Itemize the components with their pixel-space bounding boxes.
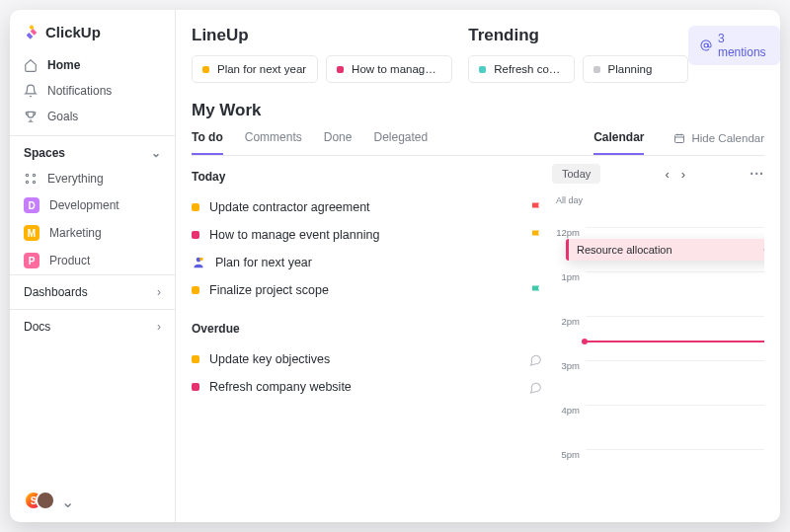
- prev-button[interactable]: ‹: [666, 167, 670, 182]
- space-product[interactable]: P Product: [10, 247, 175, 274]
- hour-label: 5pm: [552, 449, 586, 460]
- calendar-body[interactable]: 12pm 1pm 2pm 3pm 4pm 5pm Resource alloca…: [552, 207, 764, 522]
- tab-todo[interactable]: To do: [192, 130, 223, 155]
- space-development-label: Development: [49, 198, 119, 212]
- trending-pill[interactable]: Planning: [583, 55, 688, 83]
- tabs-row: To do Comments Done Delegated Calendar H…: [192, 130, 764, 156]
- at-icon: [700, 38, 712, 52]
- nav-notifications-label: Notifications: [47, 84, 112, 98]
- clickup-logo-icon: [24, 25, 40, 40]
- calendar-nav: ‹ ›: [666, 167, 686, 182]
- task-row[interactable]: Finalize project scope: [192, 276, 542, 304]
- lineup-pills: Plan for next year How to manage…: [192, 55, 452, 83]
- calendar-event[interactable]: Resource allocation ✥: [566, 239, 764, 261]
- hour-gridline: [586, 360, 764, 361]
- brand-name: ClickUp: [45, 24, 101, 40]
- space-marketing[interactable]: M Marketing: [10, 219, 175, 247]
- space-development[interactable]: D Development: [10, 191, 175, 219]
- spaces-header-label: Spaces: [24, 146, 65, 160]
- lineup-pill-label: How to manage…: [352, 63, 441, 75]
- flag-icon: [530, 201, 542, 213]
- avatar: [36, 491, 55, 510]
- nav-goals-label: Goals: [47, 110, 78, 123]
- comment-icon: [529, 381, 542, 394]
- grid-icon: [24, 172, 38, 186]
- calendar-pane: Today ‹ › ··· All day 12pm 1pm 2pm 3pm 4…: [552, 156, 764, 522]
- space-marketing-label: Marketing: [49, 226, 102, 240]
- task-row[interactable]: Update key objectives: [192, 345, 542, 373]
- dashboards-label: Dashboards: [24, 285, 88, 299]
- widget-columns: LineUp Plan for next year How to manage…: [192, 26, 688, 83]
- current-time-dot-icon: [582, 339, 588, 344]
- spaces-header[interactable]: Spaces ⌄: [10, 135, 175, 166]
- hour-label: 2pm: [552, 316, 586, 327]
- task-row[interactable]: Update contractor agreement: [192, 193, 542, 221]
- mywork-section: My Work To do Comments Done Delegated Ca…: [192, 101, 764, 522]
- task-label: Update key objectives: [209, 352, 330, 366]
- hide-calendar-label: Hide Calendar: [691, 132, 764, 144]
- status-dot-icon: [337, 66, 344, 73]
- more-button[interactable]: ···: [750, 166, 764, 182]
- space-badge-p: P: [24, 253, 40, 268]
- sidebar-dashboards[interactable]: Dashboards ›: [10, 274, 175, 309]
- nav-notifications[interactable]: Notifications: [10, 78, 175, 104]
- nav-home[interactable]: Home: [10, 52, 175, 78]
- tab-calendar[interactable]: Calendar: [593, 130, 644, 155]
- lineup-pill[interactable]: How to manage…: [326, 55, 452, 83]
- mentions-button[interactable]: 3 mentions: [688, 26, 780, 65]
- trending-pills: Refresh compan… Planning: [468, 55, 688, 83]
- tab-done[interactable]: Done: [324, 130, 353, 155]
- svg-point-3: [33, 181, 35, 183]
- content-row: Today Update contractor agreement How to…: [192, 156, 764, 522]
- current-time-indicator: [586, 341, 764, 342]
- status-dot-icon: [192, 231, 199, 239]
- event-title: Resource allocation: [577, 244, 672, 256]
- chevron-right-icon: ›: [157, 285, 161, 299]
- brand-logo[interactable]: ClickUp: [10, 24, 175, 52]
- svg-rect-5: [675, 135, 684, 143]
- svg-point-1: [33, 174, 35, 176]
- status-dot-icon: [192, 383, 199, 391]
- next-button[interactable]: ›: [681, 167, 685, 182]
- drag-handle-icon[interactable]: ✥: [763, 244, 764, 257]
- lineup-pill[interactable]: Plan for next year: [192, 55, 318, 83]
- task-row[interactable]: Refresh company website: [192, 373, 542, 401]
- main-nav: Home Notifications Goals: [10, 52, 175, 129]
- trending-pill-label: Refresh compan…: [494, 63, 563, 75]
- status-dot-icon: [593, 66, 600, 73]
- hour-gridline: [586, 271, 764, 272]
- app-window: ClickUp Home Notifications Goals Spaces …: [10, 10, 780, 522]
- sidebar-docs[interactable]: Docs ›: [10, 309, 175, 343]
- svg-point-7: [199, 258, 203, 262]
- status-dot-icon: [202, 66, 209, 73]
- tasks-pane: Today Update contractor agreement How to…: [192, 156, 552, 522]
- space-everything[interactable]: Everything: [10, 166, 175, 191]
- today-button[interactable]: Today: [552, 164, 600, 184]
- trending-pill[interactable]: Refresh compan…: [468, 55, 574, 83]
- top-row: LineUp Plan for next year How to manage…: [192, 26, 764, 83]
- user-switcher[interactable]: S ⌄: [10, 491, 175, 512]
- hour-label: 4pm: [552, 405, 586, 416]
- group-overdue-title: Overdue: [192, 322, 542, 336]
- person-icon: [192, 256, 205, 269]
- calendar-icon: [673, 132, 685, 144]
- task-row[interactable]: Plan for next year: [192, 249, 542, 276]
- home-icon: [24, 58, 38, 72]
- svg-point-4: [704, 43, 708, 47]
- calendar-tab-wrap: Calendar: [593, 130, 644, 155]
- trending-title: Trending: [468, 26, 688, 45]
- status-dot-icon: [192, 203, 199, 211]
- task-row[interactable]: How to manage event planning: [192, 221, 542, 249]
- trending-widget: Trending Refresh compan… Planning: [468, 26, 688, 83]
- group-today-title: Today: [192, 170, 542, 184]
- nav-goals[interactable]: Goals: [10, 104, 175, 129]
- status-dot-icon: [479, 66, 486, 73]
- status-dot-icon: [192, 355, 199, 363]
- nav-home-label: Home: [47, 58, 80, 72]
- hide-calendar-button[interactable]: Hide Calendar: [673, 132, 764, 153]
- tab-delegated[interactable]: Delegated: [373, 130, 428, 155]
- sidebar: ClickUp Home Notifications Goals Spaces …: [10, 10, 176, 522]
- comment-icon: [529, 353, 542, 366]
- chevron-down-icon: ⌄: [61, 493, 74, 511]
- tab-comments[interactable]: Comments: [245, 130, 302, 155]
